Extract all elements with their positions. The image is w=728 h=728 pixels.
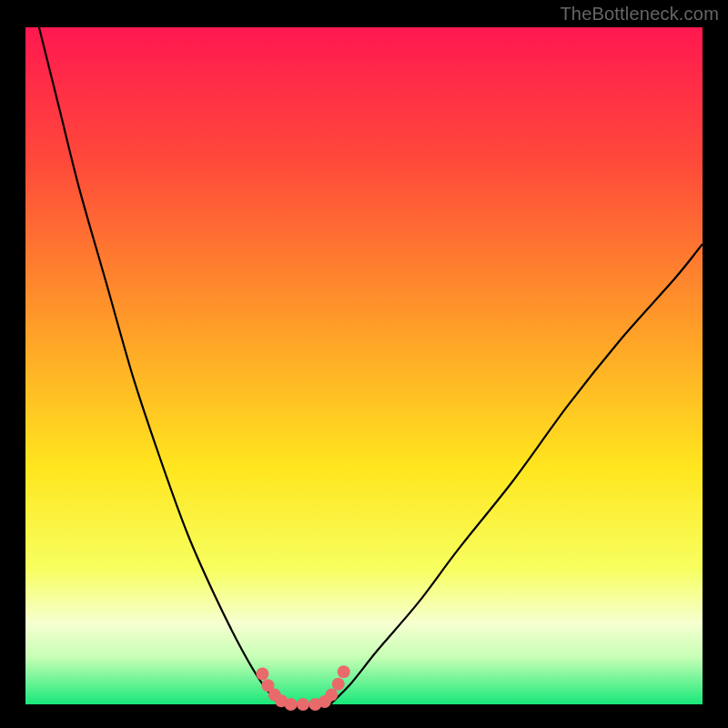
bottleneck-chart: [0, 0, 728, 728]
chart-frame: TheBottleneck.com: [0, 0, 728, 728]
trough-marker-dot: [332, 678, 345, 691]
trough-marker-dot: [297, 698, 309, 711]
watermark-text: TheBottleneck.com: [560, 4, 719, 25]
trough-marker-dot: [325, 689, 338, 702]
trough-marker-dot: [338, 665, 350, 678]
trough-marker-dot: [256, 668, 268, 681]
plot-area: [25, 27, 703, 704]
trough-marker-dot: [285, 698, 298, 711]
